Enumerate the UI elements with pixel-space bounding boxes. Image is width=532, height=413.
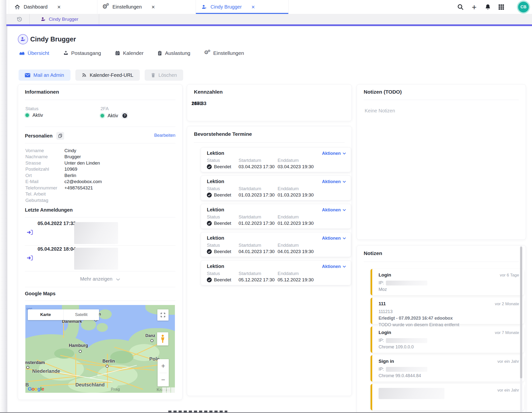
aktionen-button[interactable]: Aktionen [322, 207, 346, 213]
note-item[interactable]: vor ein Jahr [371, 384, 524, 410]
search-icon[interactable] [456, 2, 465, 12]
note-line: IP: [379, 366, 519, 373]
field-row: Nachname Brugger [25, 154, 175, 160]
chevron-down-icon [343, 209, 346, 211]
start-col-label: Startdatum [239, 214, 261, 220]
field-row: E-Mail c2@edoobox.com [25, 179, 175, 185]
tab-einstellungen-profile[interactable]: ⚙⚙ Einstellungen [204, 50, 244, 56]
card-title: Notizen [364, 250, 382, 256]
map-button-satellit[interactable]: Satellit [63, 309, 99, 320]
field-label: Postleitzahl [25, 167, 64, 172]
field-label: Vorname [25, 148, 64, 153]
field-label: Strasse [25, 160, 64, 166]
card-title: Bevorstehende Termine [194, 131, 252, 137]
tab-postausgang[interactable]: Postausgang [63, 50, 101, 56]
notifications-bell-icon[interactable] [483, 2, 492, 12]
note-line: Moz [379, 286, 519, 293]
start-col-label: Startdatum [239, 271, 261, 276]
help-icon[interactable]: ? [121, 112, 128, 119]
map-button-karte[interactable]: Karte [28, 309, 63, 320]
note-lines: IP:Chrome 109.0.0.0 [379, 337, 519, 350]
tab-cindy-brugger[interactable]: Cindy Brugger × [196, 0, 289, 14]
note-item[interactable]: Login vor 7 Monate IP:Chrome 109.0.0.0 [371, 326, 524, 353]
aktionen-button[interactable]: Aktionen [322, 264, 346, 269]
note-line: IP: [379, 280, 519, 286]
close-icon[interactable]: × [57, 4, 61, 10]
copy-icon[interactable] [56, 132, 64, 140]
status-col-label: Status [207, 243, 220, 248]
map-footer-link[interactable] [167, 387, 171, 393]
note-item[interactable]: Login vor 6 Tage IP:Moz [371, 269, 524, 295]
note-item[interactable]: Sign in vor ein Jahr IP:Chrome 99.0.4844… [371, 355, 524, 382]
status-value: Beendet [207, 277, 231, 283]
chevron-down-icon [343, 181, 346, 183]
browser-tabs: Dashboard × ⚙⚙ Einstellungen × Cindy Bru… [9, 0, 289, 14]
close-icon[interactable]: × [251, 4, 255, 10]
google-logo[interactable]: Google [28, 386, 44, 392]
note-item[interactable]: 111 vor 2 Monate 111213Erledigt - 07.09.… [371, 298, 524, 324]
loeschen-button[interactable]: Löschen [145, 69, 183, 81]
person-shield-icon [201, 4, 207, 10]
redacted-value [74, 222, 118, 244]
zoom-in-button[interactable]: + [158, 359, 169, 373]
todo-card: Notizen (TODO) Keine Notizen [357, 84, 526, 240]
end-col-label: Enddatum [278, 214, 299, 220]
start-value: 04.01.2023 17:30 [239, 249, 275, 254]
start-col-label: Startdatum [239, 158, 261, 163]
termin-item: Lektion Aktionen Status Startdatum Endda… [201, 176, 351, 200]
start-col-label: Startdatum [239, 186, 261, 191]
kennzahlen-card: Kennzahlen 18 Termine 2670 Stunden 148.3… [187, 84, 352, 121]
tab-uebersicht[interactable]: Übersicht [20, 50, 49, 56]
user-avatar[interactable]: CB [518, 2, 529, 12]
note-time: vor ein Jahr [497, 388, 519, 393]
login-entry: 05.04.2022 18:04 [25, 246, 175, 271]
clipped-text-fragment [168, 411, 227, 412]
termin-title: Lektion [207, 150, 224, 156]
termin-item: Lektion Aktionen Status Startdatum Endda… [201, 260, 351, 285]
aktionen-button[interactable]: Aktionen [322, 179, 346, 184]
map-footer-link[interactable] [171, 387, 175, 393]
tab-einstellungen[interactable]: ⚙⚙ Einstellungen × [97, 0, 196, 14]
map-label-hamburg: Hamburg [69, 343, 88, 348]
close-icon[interactable]: × [151, 4, 155, 10]
map-footer-link[interactable] [162, 387, 166, 393]
history-icon[interactable] [10, 14, 30, 24]
rss-icon [82, 73, 87, 78]
apps-grid-icon[interactable] [497, 2, 506, 12]
google-maps-title: Google Maps [25, 291, 56, 296]
notes-scrollbar-thumb[interactable] [520, 247, 522, 378]
pegman-icon[interactable] [157, 332, 168, 345]
breadcrumb-item-cindy-brugger[interactable]: Cindy Brugger [30, 14, 99, 24]
google-map[interactable]: see nhagen Dänemark Danz Hamburg Berlin … [25, 305, 175, 393]
map-label-germany: Deutschland [75, 382, 105, 388]
tab-label: Einstellungen [112, 4, 142, 10]
map-type-control: Karte Satellit [28, 309, 99, 320]
window-left-edge [0, 0, 7, 413]
start-value: 05.12.2022 17:30 [239, 277, 275, 283]
field-row: Geburtstag [25, 197, 175, 204]
tab-auslastung[interactable]: Auslastung [158, 50, 190, 56]
kalender-feed-url-button[interactable]: Kalender-Feed-URL [75, 69, 140, 81]
aktionen-button[interactable]: Aktionen [322, 236, 346, 241]
mehr-anzeigen-link[interactable]: Mehr anzeigen [18, 276, 182, 282]
fullscreen-icon[interactable] [157, 309, 169, 321]
chevron-down-icon [116, 278, 120, 281]
field-value: 10969 [64, 167, 77, 172]
mail-an-admin-button[interactable]: Mail an Admin [19, 69, 70, 81]
check-circle-icon [207, 277, 212, 282]
bearbeiten-link[interactable]: Bearbeiten [154, 133, 175, 138]
end-col-label: Enddatum [278, 271, 299, 276]
tab-dashboard[interactable]: Dashboard × [9, 0, 97, 14]
map-label-prague: Prag [111, 387, 120, 392]
breadcrumb-label: Cindy Brugger [49, 17, 78, 22]
check-circle-icon [207, 221, 212, 226]
field-value: Unter den Linden [64, 160, 100, 166]
zoom-out-button[interactable]: − [158, 373, 169, 386]
aktionen-button[interactable]: Aktionen [322, 151, 346, 156]
note-title: 111 [379, 301, 386, 306]
map-label-berlin: Berlin [102, 359, 115, 364]
login-list: 05.04.2022 17:33 05.04.2022 18:04 [18, 220, 182, 271]
note-line: Erledigt - 07.09.2023 16:47 edoobox [379, 315, 519, 322]
tab-kalender[interactable]: Kalender [115, 50, 143, 56]
add-icon[interactable]: + [470, 2, 479, 12]
